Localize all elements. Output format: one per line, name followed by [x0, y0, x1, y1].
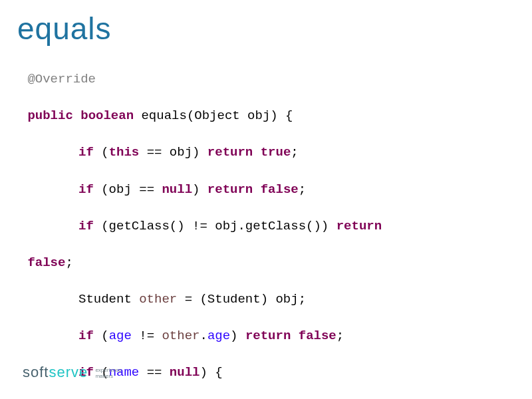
kw-boolean: boolean	[80, 108, 134, 123]
txt: (	[94, 329, 109, 343]
slide: equals @Override public boolean equals(O…	[0, 0, 532, 399]
kw-false: false	[299, 329, 336, 343]
semicolon: ;	[299, 182, 306, 197]
txt: )	[192, 182, 207, 197]
txt: (obj ==	[94, 182, 162, 197]
kw-return: return	[245, 329, 291, 343]
kw-this: this	[109, 145, 140, 160]
logo-tag1: experience	[95, 367, 121, 373]
semicolon: ;	[65, 255, 72, 270]
paren: (	[101, 145, 108, 160]
var-other: other	[139, 292, 177, 307]
slide-title: equals	[17, 7, 519, 51]
field-age: age	[207, 329, 230, 343]
txt: !=	[132, 329, 162, 343]
txt: )	[230, 329, 245, 343]
txt: ==	[139, 365, 170, 380]
dot: .	[200, 329, 207, 343]
code-block: @Override public boolean equals(Object o…	[20, 53, 519, 399]
logo-tagline: experiencematters	[95, 368, 121, 380]
logo-serve: serve	[49, 364, 88, 380]
txt: (getClass() != obj.getClass())	[94, 219, 336, 233]
field-age: age	[109, 329, 132, 343]
semicolon: ;	[336, 329, 344, 343]
kw-true: true	[261, 145, 291, 160]
var-other: other	[162, 329, 200, 343]
kw-if: if	[78, 145, 94, 160]
kw-if: if	[78, 329, 94, 343]
method-sig: equals(Object obj) {	[141, 108, 293, 123]
kw-if: if	[78, 219, 94, 233]
kw-return: return	[336, 219, 382, 233]
txt: == obj)	[139, 145, 207, 160]
kw-return: return	[207, 182, 253, 197]
txt: = (Student) obj;	[177, 292, 306, 307]
kw-public: public	[27, 108, 72, 123]
kw-null: null	[170, 365, 200, 380]
kw-false: false	[261, 182, 299, 197]
logo-soft: soft	[23, 364, 49, 380]
annotation: @Override	[27, 72, 96, 86]
logo: softserve experiencematters	[23, 362, 122, 383]
kw-null: null	[162, 182, 192, 197]
kw-if: if	[78, 182, 94, 197]
kw-false: false	[27, 255, 65, 270]
semicolon: ;	[291, 145, 298, 160]
txt: ) {	[200, 365, 222, 380]
kw-return: return	[207, 145, 253, 160]
logo-tag2: matters	[95, 373, 113, 379]
type: Student	[78, 292, 139, 307]
